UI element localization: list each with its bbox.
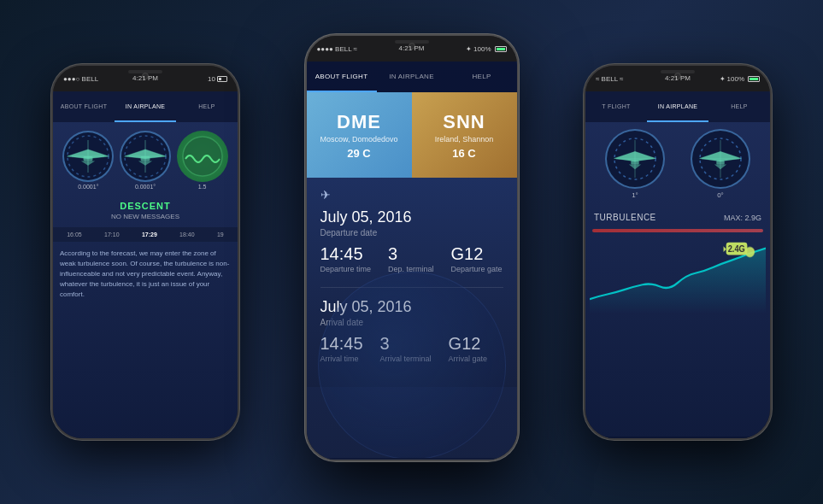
phone-center: ●●●● BELL ≈ 4:21 PM ✦ 100% ABOUT FLIGHT …: [305, 34, 519, 461]
climb-bar-center[interactable]: CLIMB ⌃: [307, 458, 517, 461]
plane-icon: ✈: [320, 188, 331, 202]
departure-date-label: Departure date: [320, 228, 503, 237]
divider: [320, 287, 503, 288]
aircraft-gauges: 0.0001°: [53, 122, 238, 194]
tab-help-center[interactable]: HELP: [447, 62, 517, 92]
arrival-terminal-item: 3 Arrival terminal: [380, 334, 432, 363]
svg-rect-12: [631, 161, 638, 165]
gauge-circle-2: [120, 131, 171, 182]
plane-row: ✈: [320, 188, 503, 202]
svg-marker-20: [724, 246, 726, 252]
carrier-left: ●●●○ BELL: [63, 75, 98, 83]
arrival-gate-label: Arrival gate: [449, 355, 488, 363]
flight-details: ✈ July 05, 2016 Departure date 14:45 Dep…: [307, 178, 517, 387]
time-19[interactable]: 19: [217, 231, 224, 237]
svg-text:2.4G: 2.4G: [728, 244, 745, 254]
turbulence-info: TURBULENCE: [594, 213, 656, 222]
descent-info: DESCENT NO NEW MESSAGES: [53, 194, 238, 227]
climb-bar-right[interactable]: CLIMB ⌃: [585, 437, 770, 440]
tab-in-airplane-left[interactable]: IN AIRPLANE: [115, 91, 176, 122]
departure-terminal-label: Dep. terminal: [388, 265, 434, 273]
tab-in-airplane-center[interactable]: IN AIRPLANE: [377, 62, 447, 92]
svg-rect-16: [716, 161, 724, 165]
tab-help-right[interactable]: HELP: [708, 91, 770, 122]
departure-time-value: 14:45: [320, 244, 372, 264]
airport-temp-snn: 16 C: [452, 147, 475, 160]
departure-terminal-value: 3: [388, 244, 434, 264]
time-right: 4:21 PM: [665, 74, 691, 82]
departure-date: July 05, 2016: [320, 208, 503, 226]
departure-time-label: Departure time: [320, 265, 372, 273]
time-1605[interactable]: 16:05: [67, 231, 82, 237]
tab-in-airplane-right[interactable]: IN AIRPLANE: [647, 91, 708, 122]
airport-name-moscow: Moscow, Domodedovo: [320, 135, 397, 144]
status-bar-center: ●●●● BELL ≈ 4:21 PM ✦ 100%: [307, 36, 517, 62]
departure-date-row: July 05, 2016 Departure date 14:45 Depar…: [320, 208, 503, 273]
arrival-time-item: 14:45 Arrival time: [320, 334, 363, 363]
tab-help-left[interactable]: HELP: [176, 91, 238, 122]
tab-about-flight-center[interactable]: ABOUT FLIGHT: [307, 62, 377, 92]
gauge-val-right-2: 0°: [717, 191, 724, 199]
arrival-time-value: 14:45: [320, 334, 363, 354]
time-1710[interactable]: 17:10: [104, 231, 120, 237]
gauge-circle-right-2: [691, 129, 750, 189]
battery-right: ✦ 100%: [720, 75, 760, 83]
screen-right: T FLIGHT IN AIRPLANE HELP: [585, 91, 770, 440]
status-bar-right: ≈ BELL ≈ 4:21 PM ✦ 100%: [585, 66, 770, 91]
description-text: According to the forecast, we may enter …: [53, 242, 238, 307]
departure-gate-label: Departure gate: [451, 265, 503, 273]
gauge-value-3: 1.5: [198, 184, 207, 190]
turbulence-label: TURBULENCE: [594, 213, 656, 222]
gauge-circle-right-1: [605, 129, 665, 189]
arrival-terminal-value: 3: [380, 334, 432, 354]
time-1840[interactable]: 18:40: [179, 231, 195, 237]
phone-left: ●●●○ BELL 4:21 PM 10 ABOUT FLIGHT IN AIR…: [51, 64, 239, 440]
gauge-pitch: 0.0001°: [62, 131, 114, 190]
airport-code-snn: SNN: [443, 111, 485, 133]
tab-flight-right[interactable]: T FLIGHT: [585, 91, 647, 122]
departure-gate-value: G12: [451, 244, 503, 264]
chart-area: 2.4G: [585, 237, 770, 314]
arrival-date-label: Arrival date: [320, 318, 503, 327]
arrival-terminal-label: Arrival terminal: [380, 355, 432, 363]
turbulence-bar: [592, 229, 763, 232]
nav-tabs-left[interactable]: ABOUT FLIGHT IN AIRPLANE HELP: [53, 91, 238, 122]
battery-center: ✦ 100%: [466, 45, 506, 53]
tab-about-flight-left[interactable]: ABOUT FLIGHT: [53, 91, 115, 122]
gauge-circle-1: [62, 131, 114, 182]
gauge-row-right: 1°: [585, 122, 770, 206]
phones-container: ●●●○ BELL 4:21 PM 10 ABOUT FLIGHT IN AIR…: [0, 0, 823, 504]
no-messages: NO NEW MESSAGES: [57, 213, 233, 220]
airport-name-ireland: Ireland, Shannon: [435, 135, 494, 144]
time-row[interactable]: 16:05 17:10 17:29 18:40 19: [53, 227, 238, 242]
nav-tabs-center[interactable]: ABOUT FLIGHT IN AIRPLANE HELP: [307, 62, 517, 92]
arrival-gate-item: G12 Arrival gate: [449, 334, 488, 363]
arrival-gate-value: G12: [449, 334, 488, 354]
turbulence-chart: 2.4G: [590, 237, 766, 314]
gauge-right-2: 0°: [691, 129, 750, 199]
wave-gauge-circle: [177, 131, 228, 182]
departure-time-item: 14:45 Departure time: [320, 244, 372, 273]
arrival-date-row: July 05, 2016 Arrival date 14:45 Arrival…: [320, 298, 503, 363]
battery-left: 10: [208, 75, 227, 83]
weather-arrival: SNN Ireland, Shannon 16 C: [412, 92, 517, 178]
gauge-value-2: 0.0001°: [135, 184, 156, 190]
nav-tabs-right[interactable]: T FLIGHT IN AIRPLANE HELP: [585, 91, 770, 122]
carrier-right: ≈ BELL ≈: [596, 75, 624, 83]
airport-temp-dme: 29 C: [347, 147, 370, 160]
departure-gate-item: G12 Departure gate: [451, 244, 503, 273]
svg-rect-3: [84, 156, 93, 161]
arrival-time-label: Arrival time: [320, 355, 363, 363]
time-center: 4:21 PM: [399, 44, 425, 52]
screen-center: ABOUT FLIGHT IN AIRPLANE HELP DME Moscow…: [307, 62, 517, 461]
gauge-wave: 1.5: [177, 131, 228, 190]
status-bar-left: ●●●○ BELL 4:21 PM 10: [53, 66, 238, 91]
svg-rect-7: [141, 156, 150, 161]
time-1729[interactable]: 17:29: [142, 231, 157, 237]
turbulence-header: TURBULENCE MAX: 2.9G: [585, 206, 770, 229]
gauge-value-1: 0.0001°: [78, 184, 98, 190]
gauge-val-right-1: 1°: [632, 191, 638, 199]
carrier-center: ●●●● BELL ≈: [317, 45, 357, 53]
screen-left: ABOUT FLIGHT IN AIRPLANE HELP: [53, 91, 238, 440]
time-left: 4:21 PM: [132, 74, 158, 82]
